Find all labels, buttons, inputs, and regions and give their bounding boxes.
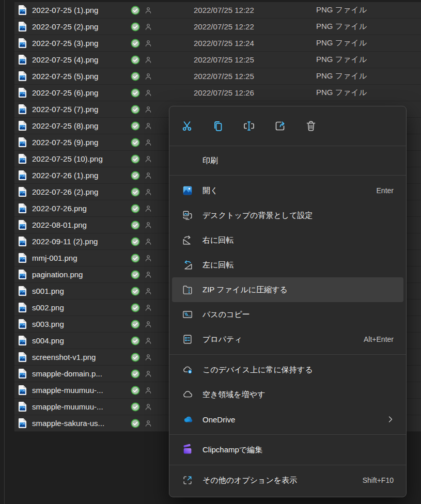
shared-person-icon-cell xyxy=(144,254,153,262)
image-file-icon-cell xyxy=(14,302,32,313)
person-icon xyxy=(144,39,152,48)
sync-check-icon xyxy=(131,287,140,296)
person-icon xyxy=(144,304,152,312)
sync-check-icon xyxy=(131,55,140,65)
file-row[interactable]: 2022-07-25 (1).png2022/07/25 12:22PNG ファ… xyxy=(14,2,421,19)
person-icon xyxy=(144,122,152,130)
image-file-icon-cell xyxy=(14,87,32,98)
file-date-modified: 2022/07/25 12:25 xyxy=(194,55,316,64)
image-file-icon-cell xyxy=(14,170,32,181)
sync-check-icon xyxy=(131,320,140,329)
shared-person-icon-cell xyxy=(144,56,153,64)
image-file-icon xyxy=(18,253,27,263)
file-name: pagination.png xyxy=(32,270,131,279)
context-menu: 印刷開くEnterデスクトップの背景として設定右に回転左に回転ZIP ファイルに… xyxy=(169,106,407,497)
rotate-right-icon-cell xyxy=(182,234,193,246)
cut-button[interactable] xyxy=(181,120,193,132)
share-icon xyxy=(274,120,286,132)
image-file-icon-cell xyxy=(14,335,32,346)
cloud-keep-icon-cell xyxy=(182,364,193,375)
file-name: 2022-07-25 (4).png xyxy=(32,55,131,64)
delete-icon xyxy=(305,120,317,132)
menu-item-onedrive[interactable]: OneDrive xyxy=(172,407,403,432)
person-icon xyxy=(144,254,152,262)
cloud-icon xyxy=(182,389,194,400)
image-file-icon xyxy=(18,352,27,363)
menu-item-print[interactable]: 印刷 xyxy=(172,149,403,172)
menu-item-free-up-space[interactable]: 空き領域を増やす xyxy=(172,382,403,407)
sync-check-icon xyxy=(131,187,140,197)
sync-check-icon xyxy=(131,254,140,263)
menu-item-always-keep-on-device[interactable]: このデバイス上に常に保持する xyxy=(172,357,403,382)
onedrive-synced-icon-cell xyxy=(131,171,144,180)
onedrive-icon xyxy=(182,414,194,425)
delete-button[interactable] xyxy=(305,120,317,132)
image-file-icon-cell xyxy=(14,401,32,412)
onedrive-synced-icon-cell xyxy=(131,154,144,164)
menu-item-rotate-right[interactable]: 右に回転 xyxy=(172,228,403,253)
file-name: 2022-07-26 (2).png xyxy=(32,187,131,196)
menu-item-open[interactable]: 開くEnter xyxy=(172,178,403,203)
image-file-icon-cell xyxy=(14,269,32,280)
image-file-icon-cell xyxy=(14,71,32,82)
onedrive-synced-icon-cell xyxy=(131,39,144,48)
rename-button[interactable] xyxy=(243,120,255,132)
menu-item-shortcut: Enter xyxy=(377,186,394,195)
shared-person-icon-cell xyxy=(144,138,153,147)
shared-person-icon-cell xyxy=(144,89,153,97)
rename-icon xyxy=(242,120,256,132)
image-file-icon-cell xyxy=(14,186,32,197)
shared-person-icon-cell xyxy=(144,320,153,328)
file-row[interactable]: 2022-07-25 (6).png2022/07/25 12:26PNG ファ… xyxy=(14,85,421,101)
file-row[interactable]: 2022-07-25 (4).png2022/07/25 12:25PNG ファ… xyxy=(14,52,421,68)
image-file-icon xyxy=(18,21,27,32)
image-file-icon-cell xyxy=(14,352,32,363)
menu-item-show-more-options[interactable]: その他のオプションを表示Shift+F10 xyxy=(172,468,403,493)
person-icon xyxy=(144,419,152,428)
menu-item-label: OneDrive xyxy=(202,415,381,424)
image-file-icon xyxy=(18,269,27,280)
file-type: PNG ファイル xyxy=(316,55,421,65)
image-file-icon xyxy=(18,203,27,214)
image-file-icon xyxy=(18,368,27,379)
image-file-icon xyxy=(18,219,27,230)
person-icon xyxy=(144,403,152,411)
onedrive-synced-icon-cell xyxy=(131,303,144,312)
rotate-left-icon-cell xyxy=(182,259,193,271)
image-file-icon xyxy=(18,170,27,181)
shared-person-icon-cell xyxy=(144,370,153,378)
shared-person-icon-cell xyxy=(144,155,153,163)
image-file-icon-cell xyxy=(14,5,32,15)
menu-item-label: 空き領域を増やす xyxy=(202,390,394,400)
person-icon xyxy=(144,337,152,345)
file-name: 2022-07-25 (7).png xyxy=(32,105,131,114)
menu-item-copy-path[interactable]: パスのコピー xyxy=(172,302,403,327)
copy-path-icon-cell xyxy=(182,309,193,320)
onedrive-synced-icon-cell xyxy=(131,121,144,131)
menu-item-properties[interactable]: プロパティAlt+Enter xyxy=(172,327,403,352)
file-name: smapple-domain.p... xyxy=(32,369,131,378)
file-row[interactable]: 2022-07-25 (5).png2022/07/25 12:25PNG ファ… xyxy=(14,68,421,85)
menu-item-rotate-left[interactable]: 左に回転 xyxy=(172,253,403,277)
image-file-icon xyxy=(18,401,27,412)
file-type: PNG ファイル xyxy=(316,88,421,98)
image-file-icon xyxy=(18,385,27,396)
file-name: s003.png xyxy=(32,320,131,328)
file-name: s004.png xyxy=(32,336,131,345)
person-icon xyxy=(144,155,152,163)
share-button[interactable] xyxy=(274,120,286,132)
menu-item-label: その他のオプションを表示 xyxy=(202,476,356,485)
file-name: 2022-07-25 (10).png xyxy=(32,154,131,163)
menu-item-edit-with-clipchamp[interactable]: Clipchampで編集 xyxy=(172,437,403,462)
menu-item-label: Clipchampで編集 xyxy=(202,445,394,455)
rotate-left-icon xyxy=(182,259,193,271)
menu-item-compress-to-zip[interactable]: ZIP ファイルに圧縮する xyxy=(172,277,403,302)
shared-person-icon-cell xyxy=(144,419,153,428)
file-row[interactable]: 2022-07-25 (2).png2022/07/25 12:22PNG ファ… xyxy=(14,19,421,35)
menu-item-set-as-desktop-background[interactable]: デスクトップの背景として設定 xyxy=(172,203,403,228)
menu-item-label: 左に回転 xyxy=(202,260,394,270)
shared-person-icon-cell xyxy=(144,122,153,130)
file-row[interactable]: 2022-07-25 (3).png2022/07/25 12:24PNG ファ… xyxy=(14,35,421,52)
onedrive-synced-icon-cell xyxy=(131,287,144,296)
copy-button[interactable] xyxy=(212,120,224,132)
